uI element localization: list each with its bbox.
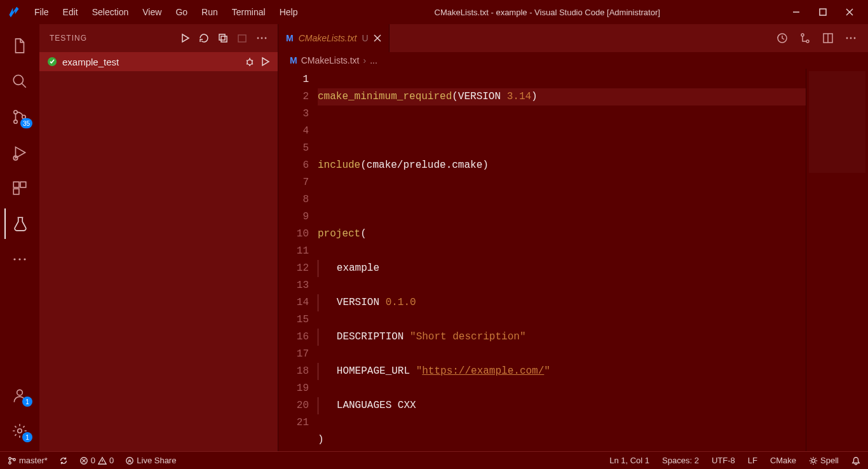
run-test-button[interactable] (260, 57, 270, 67)
svg-rect-20 (238, 35, 246, 42)
activity-explorer[interactable] (4, 31, 35, 61)
svg-point-14 (18, 258, 20, 260)
svg-rect-1 (820, 9, 826, 15)
editor-tab[interactable]: M CMakeLists.txt U (278, 24, 390, 52)
editor-area: M CMakeLists.txt U M CMakeLists.txt › ..… (278, 24, 868, 451)
test-row[interactable]: example_test (39, 52, 278, 71)
check-circle-icon (47, 57, 57, 67)
menubar: File Edit Selection View Go Run Terminal… (28, 4, 304, 20)
svg-point-15 (24, 258, 25, 260)
svg-point-6 (14, 111, 17, 114)
activity-bar: 35 1 1 (0, 24, 39, 451)
settings-badge: 1 (22, 432, 32, 442)
svg-point-13 (13, 258, 15, 260)
svg-point-44 (811, 459, 815, 462)
status-branch[interactable]: master* (8, 456, 48, 465)
status-notifications[interactable] (851, 456, 860, 465)
window-controls (790, 6, 863, 18)
sidebar-header: TESTING (39, 24, 278, 52)
menu-selection[interactable]: Selection (86, 4, 135, 20)
menu-help[interactable]: Help (273, 4, 304, 20)
svg-point-30 (806, 40, 809, 43)
close-button[interactable] (844, 6, 855, 18)
activity-run-debug[interactable] (4, 137, 35, 168)
svg-point-21 (257, 37, 259, 39)
code-editor[interactable]: cmake_minimum_required(VERSION 3.14) inc… (318, 69, 806, 451)
line-gutter[interactable]: 1 2 3 4 5 6 7 8 9 10 11 12 13 14 15 16 1… (278, 69, 318, 451)
tab-bar: M CMakeLists.txt U (278, 24, 868, 52)
svg-point-33 (846, 37, 848, 39)
svg-point-23 (265, 37, 267, 39)
timeline-button[interactable] (776, 32, 788, 44)
menu-file[interactable]: File (28, 4, 55, 20)
activity-more[interactable] (4, 244, 35, 275)
svg-point-36 (9, 457, 11, 459)
activity-source-control[interactable]: 35 (4, 102, 35, 132)
source-control-badge: 35 (20, 118, 32, 128)
svg-rect-12 (13, 189, 19, 194)
status-spell[interactable]: Spell (809, 456, 839, 465)
debug-test-button[interactable] (245, 57, 255, 67)
svg-point-4 (13, 75, 23, 85)
svg-point-7 (14, 120, 17, 123)
split-editor-button[interactable] (822, 32, 834, 44)
testing-sidebar: TESTING example_test (39, 24, 278, 451)
cmake-file-icon: M (286, 33, 294, 43)
menu-view[interactable]: View (136, 4, 168, 20)
refresh-tests-button[interactable] (199, 33, 209, 43)
svg-point-25 (247, 60, 252, 65)
minimap[interactable] (806, 69, 868, 451)
tab-filename: CMakeLists.txt (299, 33, 357, 43)
test-name: example_test (62, 57, 240, 67)
svg-line-5 (22, 83, 26, 88)
svg-point-34 (850, 37, 852, 39)
editor-more-button[interactable] (845, 36, 857, 40)
activity-settings[interactable]: 1 (4, 416, 35, 446)
svg-point-17 (18, 429, 22, 433)
breadcrumb-file: CMakeLists.txt (301, 55, 360, 65)
status-live-share[interactable]: Live Share (125, 456, 176, 465)
menu-run[interactable]: Run (195, 4, 224, 20)
activity-testing[interactable] (4, 208, 35, 239)
titlebar: File Edit Selection View Go Run Terminal… (0, 0, 868, 24)
menu-edit[interactable]: Edit (57, 4, 85, 20)
activity-accounts[interactable]: 1 (4, 380, 35, 411)
svg-point-35 (854, 37, 856, 39)
accounts-badge: 1 (22, 397, 32, 407)
menu-terminal[interactable]: Terminal (226, 4, 272, 20)
breadcrumb[interactable]: M CMakeLists.txt › ... (278, 52, 868, 69)
status-sync[interactable] (59, 456, 68, 465)
svg-point-22 (261, 37, 263, 39)
tab-close-button[interactable] (374, 34, 381, 42)
maximize-button[interactable] (817, 6, 829, 18)
sidebar-title: TESTING (50, 34, 180, 43)
menu-go[interactable]: Go (169, 4, 194, 20)
cmake-file-icon: M (290, 55, 297, 65)
activity-extensions[interactable] (4, 173, 35, 203)
svg-rect-11 (20, 182, 26, 187)
sidebar-more-button[interactable] (256, 33, 268, 43)
breadcrumb-rest: ... (370, 55, 377, 65)
tab-git-status: U (362, 33, 368, 43)
svg-rect-18 (219, 34, 225, 40)
clear-results-button[interactable] (237, 33, 247, 43)
compare-button[interactable] (799, 32, 811, 44)
run-tests-button[interactable] (180, 33, 190, 43)
chevron-right-icon: › (363, 55, 366, 65)
svg-rect-10 (13, 182, 19, 187)
svg-point-37 (9, 461, 11, 464)
svg-point-29 (801, 34, 804, 36)
status-problems[interactable]: 0 0 (79, 456, 114, 465)
svg-rect-19 (221, 36, 227, 42)
window-title: CMakeLists.txt - example - Visual Studio… (304, 8, 790, 17)
svg-point-16 (17, 390, 23, 395)
activity-search[interactable] (4, 66, 35, 97)
collapse-all-button[interactable] (218, 33, 228, 43)
app-logo (5, 6, 23, 18)
minimize-button[interactable] (790, 6, 802, 18)
